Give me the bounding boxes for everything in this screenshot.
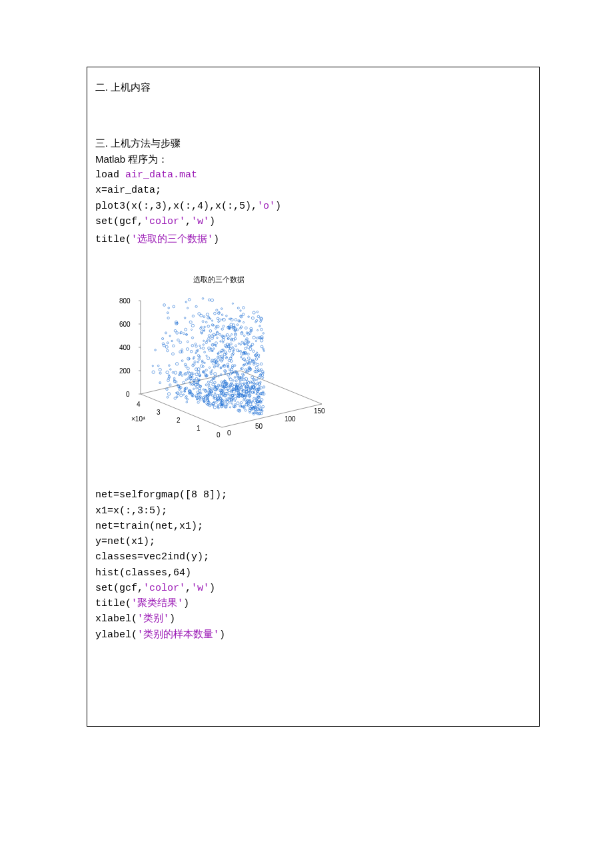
svg-point-468 [249,348,252,351]
svg-point-784 [229,349,231,352]
svg-point-805 [253,414,255,415]
string-literal: '类别的样本数量' [137,629,219,641]
svg-point-509 [179,374,181,376]
svg-point-57 [234,365,236,367]
svg-point-404 [174,371,177,374]
z-tick: 800 [119,296,131,307]
svg-point-252 [232,347,234,349]
svg-point-337 [235,401,236,402]
svg-point-889 [208,337,210,339]
code-line: ylabel('类别的样本数量') [95,627,531,643]
svg-point-188 [240,351,242,353]
svg-point-890 [206,355,207,357]
svg-point-472 [193,373,194,375]
svg-point-169 [198,358,201,361]
svg-point-16 [219,334,221,336]
svg-point-163 [211,388,213,390]
svg-point-859 [203,316,205,318]
svg-point-142 [261,329,263,331]
svg-line-6 [141,394,222,427]
svg-point-558 [240,402,242,404]
svg-point-839 [162,338,164,340]
svg-point-266 [203,340,205,341]
code-line: net=train(net,x1); [95,519,531,534]
svg-point-240 [170,369,171,370]
svg-point-419 [174,397,177,400]
string-literal: 'o' [257,201,275,212]
x-tick: 2 [177,415,181,426]
svg-point-682 [235,319,237,321]
svg-point-887 [195,353,197,354]
svg-point-801 [197,355,199,357]
code-line: classes=vec2ind(y); [95,549,531,565]
svg-point-105 [219,351,221,353]
svg-point-777 [190,383,192,385]
svg-point-390 [241,357,242,358]
svg-point-672 [165,332,167,334]
svg-point-324 [255,341,257,342]
svg-point-752 [215,342,217,345]
svg-point-475 [258,357,259,358]
svg-point-92 [189,321,192,323]
svg-point-395 [167,350,169,352]
svg-point-733 [205,341,207,343]
code-text: ) [209,216,215,227]
svg-point-715 [213,348,215,350]
svg-point-292 [195,373,198,376]
svg-point-762 [263,386,265,388]
code-line: title('选取的三个数据') [95,232,531,247]
svg-point-224 [229,401,231,403]
svg-point-179 [253,311,255,314]
svg-point-731 [169,384,171,386]
svg-point-825 [250,330,252,332]
svg-point-705 [235,398,237,400]
svg-point-817 [243,342,245,344]
svg-point-154 [245,409,247,411]
svg-point-738 [233,397,235,399]
svg-point-331 [243,335,245,337]
svg-point-713 [241,353,243,355]
svg-line-7 [222,404,322,427]
svg-point-37 [259,405,261,407]
code-text: ) [169,613,175,625]
svg-point-458 [221,328,223,330]
svg-point-500 [183,394,185,395]
svg-point-25 [202,298,204,300]
code-block-2: net=selforgmap([8 8]); x1=x(:,3:5); net=… [95,487,531,643]
svg-point-452 [192,315,194,317]
svg-point-834 [221,405,223,408]
svg-point-758 [227,404,229,406]
y-tick: 100 [285,414,296,425]
svg-point-144 [238,343,239,345]
svg-point-751 [212,403,215,405]
svg-point-598 [172,372,174,374]
svg-point-514 [239,381,241,383]
chart-title: 选取的三个数据 [102,274,335,286]
string-literal: 'color' [143,216,185,227]
svg-point-436 [200,348,201,349]
svg-point-519 [219,397,222,400]
svg-point-642 [247,393,249,395]
svg-point-329 [207,381,209,383]
svg-point-879 [235,380,237,382]
code-line: load air_data.mat [95,167,531,183]
svg-point-426 [245,327,247,329]
code-line: set(gcf,'color','w') [95,581,531,596]
svg-point-719 [213,366,215,368]
svg-point-78 [157,365,159,367]
svg-point-774 [251,317,254,319]
code-line: x1=x(:,3:5); [95,503,531,519]
svg-point-616 [199,356,201,358]
svg-point-74 [253,336,255,339]
svg-point-227 [257,363,259,366]
svg-point-653 [225,373,226,375]
svg-point-267 [203,344,204,345]
svg-point-415 [195,377,198,380]
code-text: ) [183,598,189,609]
svg-point-723 [152,365,153,367]
string-literal: '选取的三个数据' [131,234,213,245]
svg-point-851 [215,401,217,403]
code-text: , [185,216,191,227]
svg-point-884 [263,348,265,350]
code-text: , [185,583,191,594]
